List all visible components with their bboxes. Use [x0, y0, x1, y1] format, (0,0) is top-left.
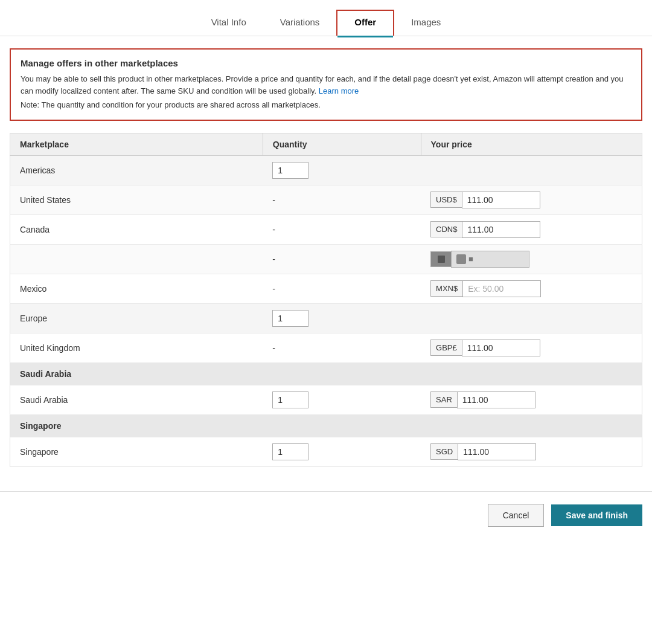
price-cell: ■	[421, 244, 642, 274]
quantity-input[interactable]	[272, 443, 308, 460]
table-row: Mexico - MXN$	[10, 274, 642, 303]
price-cell: CDN$	[421, 214, 642, 244]
table-row: Europe	[10, 303, 642, 333]
region-label: Saudi Arabia	[10, 362, 642, 385]
info-banner: Manage offers in other marketplaces You …	[10, 48, 642, 121]
toggle-icon	[430, 251, 451, 267]
price-input[interactable]	[458, 443, 536, 460]
marketplace-cell: United Kingdom	[10, 333, 263, 362]
table-row: Americas	[10, 155, 642, 185]
marketplace-cell: Singapore	[10, 437, 263, 466]
learn-more-link[interactable]: Learn more	[319, 86, 359, 95]
col-header-quantity: Quantity	[263, 133, 421, 155]
price-cell: SGD	[421, 437, 642, 466]
price-input[interactable]	[462, 280, 541, 297]
tabs-nav: Vital Info Variations Offer Images	[0, 0, 652, 36]
price-cell: GBP£	[421, 333, 642, 362]
footer: Cancel Save and finish	[0, 491, 652, 539]
price-cell-empty	[421, 155, 642, 185]
col-header-marketplace: Marketplace	[10, 133, 263, 155]
tab-images[interactable]: Images	[394, 11, 458, 36]
price-input[interactable]	[462, 221, 540, 238]
col-header-price: Your price	[421, 133, 642, 155]
currency-badge: SGD	[430, 443, 458, 460]
quantity-cell[interactable]	[263, 155, 421, 185]
price-field-group: GBP£	[430, 340, 632, 356]
save-finish-button[interactable]: Save and finish	[551, 504, 642, 526]
currency-badge: USD$	[430, 192, 462, 208]
quantity-cell: -	[263, 185, 421, 214]
price-cell: MXN$	[421, 274, 642, 303]
table-row: - ■	[10, 244, 642, 274]
quantity-cell: -	[263, 274, 421, 303]
marketplace-cell: Europe	[10, 303, 263, 333]
marketplace-cell: Canada	[10, 214, 263, 244]
region-label: Singapore	[10, 414, 642, 437]
price-field-group: MXN$	[430, 280, 632, 297]
marketplace-cell: Saudi Arabia	[10, 385, 263, 414]
table-row: United Kingdom - GBP£	[10, 333, 642, 362]
price-input[interactable]	[457, 391, 535, 408]
tab-offer[interactable]: Offer	[336, 10, 394, 36]
main-content: Manage offers in other marketplaces You …	[0, 36, 652, 479]
banner-title: Manage offers in other marketplaces	[21, 58, 631, 68]
table-row: Saudi Arabia SAR	[10, 385, 642, 414]
quantity-cell: -	[263, 333, 421, 362]
table-row: Singapore SGD	[10, 437, 642, 466]
toggle-dot	[456, 254, 466, 264]
currency-badge: MXN$	[430, 280, 462, 297]
price-field-group: CDN$	[430, 221, 632, 238]
toggle-field-group: ■	[430, 251, 632, 268]
table-header-row: Marketplace Quantity Your price	[10, 133, 642, 155]
price-cell: SAR	[421, 385, 642, 414]
currency-badge: GBP£	[430, 340, 462, 356]
svg-rect-0	[438, 256, 445, 263]
region-label-row: Saudi Arabia	[10, 362, 642, 385]
quantity-cell: -	[263, 244, 421, 274]
marketplace-cell: Mexico	[10, 274, 263, 303]
region-label-row: Singapore	[10, 414, 642, 437]
currency-badge: SAR	[430, 391, 457, 408]
marketplace-cell	[10, 244, 263, 274]
cancel-button[interactable]: Cancel	[488, 504, 545, 527]
marketplace-table: Marketplace Quantity Your price Americas…	[10, 133, 642, 467]
price-field-group: SGD	[430, 443, 632, 460]
quantity-input[interactable]	[272, 162, 308, 179]
marketplace-cell: Americas	[10, 155, 263, 185]
marketplace-cell: United States	[10, 185, 263, 214]
tab-vital-info[interactable]: Vital Info	[194, 11, 263, 36]
table-row: Canada - CDN$	[10, 214, 642, 244]
quantity-cell[interactable]	[263, 303, 421, 333]
price-input[interactable]	[462, 192, 540, 208]
tab-variations[interactable]: Variations	[263, 11, 337, 36]
price-field-group: USD$	[430, 192, 632, 208]
quantity-input[interactable]	[272, 310, 308, 327]
banner-description: You may be able to sell this product in …	[21, 73, 631, 97]
quantity-cell[interactable]	[263, 385, 421, 414]
table-row: United States - USD$	[10, 185, 642, 214]
toggle-input[interactable]: ■	[451, 251, 529, 268]
currency-badge: CDN$	[430, 221, 462, 237]
quantity-cell: -	[263, 214, 421, 244]
banner-note: Note: The quantity and condition for you…	[21, 99, 631, 111]
price-cell-empty	[421, 303, 642, 333]
price-field-group: SAR	[430, 391, 632, 408]
quantity-input[interactable]	[272, 391, 308, 408]
quantity-cell[interactable]	[263, 437, 421, 466]
price-input[interactable]	[462, 340, 540, 356]
price-cell: USD$	[421, 185, 642, 214]
